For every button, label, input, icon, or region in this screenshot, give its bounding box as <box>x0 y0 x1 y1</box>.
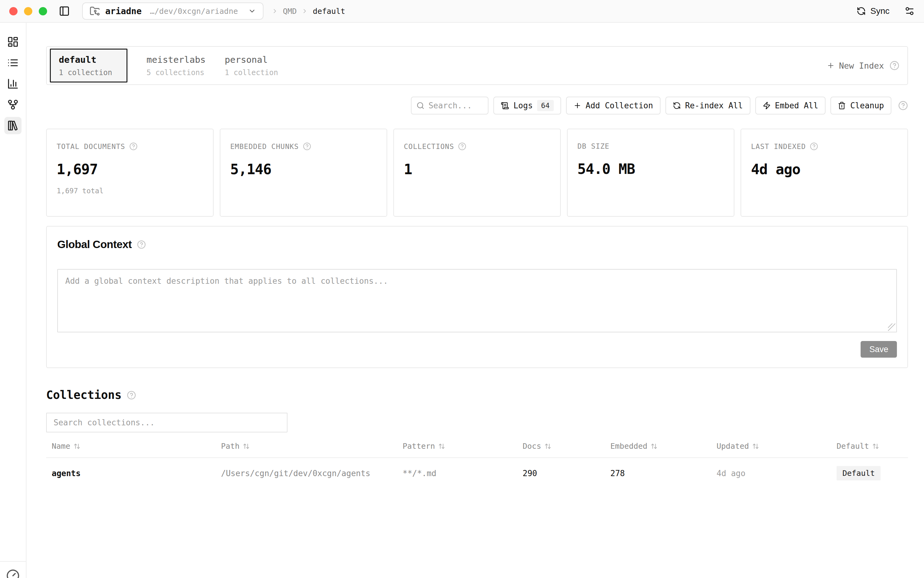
chevron-down-icon <box>248 7 256 15</box>
index-tab-name: personal <box>225 55 278 65</box>
stat-value: 54.0 MB <box>577 161 724 177</box>
sort-icon <box>438 443 445 450</box>
column-label: Updated <box>716 442 749 451</box>
stat-card-db-size: DB SIZE 54.0 MB <box>567 129 734 217</box>
breadcrumb-item-qmd[interactable]: QMD <box>283 7 297 16</box>
sidebar-toggle-icon[interactable] <box>59 5 70 16</box>
help-icon[interactable] <box>458 142 466 151</box>
sort-icon <box>243 443 250 450</box>
index-tab-name: meisterlabs <box>146 55 206 65</box>
column-header-updated[interactable]: Updated <box>711 442 831 451</box>
sort-icon <box>73 443 80 450</box>
stat-sub: 1,697 total <box>57 187 203 195</box>
zoom-window-button[interactable] <box>39 7 47 15</box>
column-header-name[interactable]: Name <box>46 442 216 451</box>
sync-button[interactable]: Sync <box>857 6 890 16</box>
list-icon <box>7 57 19 69</box>
stat-label: DB SIZE <box>577 142 609 150</box>
project-selector[interactable]: ariadne …/dev/0xcgn/ariadne <box>82 2 263 20</box>
stat-card-collections: COLLECTIONS 1 <box>393 129 561 217</box>
help-icon[interactable] <box>137 240 146 249</box>
plus-icon <box>573 102 581 110</box>
main-content: default 1 collection meisterlabs 5 colle… <box>26 23 924 578</box>
collections-search-input[interactable] <box>46 413 287 432</box>
new-index-label: New Index <box>839 61 884 70</box>
titlebar: ariadne …/dev/0xcgn/ariadne QMD default … <box>0 0 924 23</box>
reindex-all-label: Re-index All <box>685 101 743 110</box>
stat-label: COLLECTIONS <box>404 143 454 151</box>
collections-title: Collections <box>46 388 122 402</box>
column-header-embedded[interactable]: Embedded <box>605 442 711 451</box>
folder-git-icon <box>89 6 100 16</box>
index-tab-sub: 1 collection <box>59 68 119 77</box>
stats-row: TOTAL DOCUMENTS 1,697 1,697 total EMBEDD… <box>46 129 908 217</box>
default-badge: Default <box>836 466 880 481</box>
new-index-button[interactable]: New Index <box>827 61 884 70</box>
stat-label: TOTAL DOCUMENTS <box>57 143 125 151</box>
help-icon[interactable] <box>127 391 136 400</box>
reindex-all-button[interactable]: Re-index All <box>666 97 750 115</box>
sync-label: Sync <box>870 6 890 16</box>
sidebar-item-dashboard[interactable] <box>4 33 21 50</box>
cell-path: /Users/cgn/git/dev/0xcgn/agents <box>216 469 397 478</box>
global-context-textarea[interactable] <box>57 269 897 333</box>
zap-icon <box>763 102 771 110</box>
logs-label: Logs <box>513 101 533 110</box>
global-context-title: Global Context <box>57 238 132 250</box>
column-label: Docs <box>523 442 541 451</box>
save-button[interactable]: Save <box>861 341 897 358</box>
logs-button[interactable]: Logs 64 <box>494 97 561 115</box>
column-header-default[interactable]: Default <box>831 442 908 451</box>
cleanup-button[interactable]: Cleanup <box>830 97 892 115</box>
cell-docs: 290 <box>517 469 605 478</box>
refresh-icon <box>673 102 681 110</box>
column-label: Path <box>221 442 239 451</box>
sidebar-item-analytics[interactable] <box>4 75 21 93</box>
window-controls <box>9 7 47 15</box>
cleanup-label: Cleanup <box>850 101 884 110</box>
stat-value: 5,146 <box>230 161 377 178</box>
cell-updated: 4d ago <box>711 469 831 478</box>
index-tab-sub: 5 collections <box>146 68 206 77</box>
stat-card-last-indexed: LAST INDEXED 4d ago <box>740 129 908 217</box>
embed-all-button[interactable]: Embed All <box>755 97 826 115</box>
search-box <box>411 97 489 115</box>
collections-section: Collections Name Path Pattern Doc <box>46 388 908 489</box>
index-tab-personal[interactable]: personal 1 collection <box>225 55 278 77</box>
index-tab-meisterlabs[interactable]: meisterlabs 5 collections <box>146 55 206 77</box>
gauge-icon[interactable] <box>6 568 20 578</box>
logs-count-badge: 64 <box>537 100 554 111</box>
search-input[interactable] <box>429 101 483 110</box>
help-icon[interactable] <box>898 101 908 110</box>
help-icon[interactable] <box>810 142 818 151</box>
help-icon[interactable] <box>129 142 138 151</box>
stat-card-total-documents: TOTAL DOCUMENTS 1,697 1,697 total <box>46 129 214 217</box>
index-tab-default[interactable]: default 1 collection <box>50 49 127 83</box>
stat-card-embedded-chunks: EMBEDDED CHUNKS 5,146 <box>220 129 387 217</box>
minimize-window-button[interactable] <box>24 7 32 15</box>
sort-icon <box>651 443 658 450</box>
column-label: Default <box>836 442 869 451</box>
add-collection-button[interactable]: Add Collection <box>566 97 661 115</box>
close-window-button[interactable] <box>9 7 18 15</box>
column-header-docs[interactable]: Docs <box>517 442 605 451</box>
column-label: Embedded <box>611 442 647 451</box>
sidebar-item-graph[interactable] <box>4 96 21 113</box>
sidebar-item-list[interactable] <box>4 54 21 71</box>
column-header-pattern[interactable]: Pattern <box>397 442 517 451</box>
bar-chart-icon <box>7 78 19 89</box>
index-tabs-card: default 1 collection meisterlabs 5 colle… <box>46 46 908 85</box>
project-path: …/dev/0xcgn/ariadne <box>150 7 238 16</box>
collections-table-header: Name Path Pattern Docs Embedded <box>46 432 908 458</box>
table-row[interactable]: agents /Users/cgn/git/dev/0xcgn/agents *… <box>46 458 908 489</box>
help-icon[interactable] <box>890 61 900 70</box>
index-tab-name: default <box>59 55 119 65</box>
help-icon[interactable] <box>303 142 311 151</box>
sidebar-item-library[interactable] <box>4 117 21 134</box>
stat-value: 1,697 <box>57 161 203 178</box>
settings-sliders-icon[interactable] <box>904 6 915 16</box>
trash-icon <box>838 102 846 110</box>
column-header-path[interactable]: Path <box>216 442 397 451</box>
breadcrumb-item-current: default <box>313 7 345 16</box>
app-name: ariadne <box>105 6 141 16</box>
